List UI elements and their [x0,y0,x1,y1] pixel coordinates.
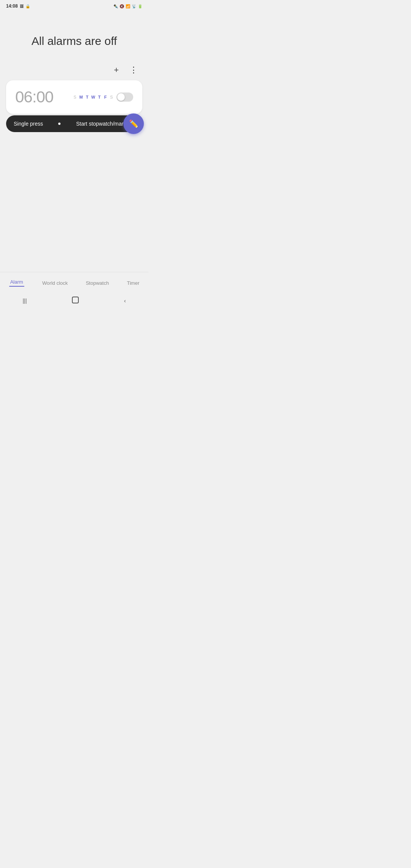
nav-stopwatch-label: Stopwatch [86,280,109,286]
nav-world-clock[interactable]: World clock [38,278,72,287]
day-S1: S [72,95,78,99]
nav-alarm-label: Alarm [10,279,23,285]
day-T2: T [97,95,102,99]
battery-icon: 🔋 [138,4,142,8]
status-right: ✒️ 🔇 📶 📡 🔋 [113,4,142,8]
back-button[interactable]: ‹ [116,295,134,306]
fab-edit-button[interactable]: ✏️ [123,113,144,134]
quick-action-bar: Single press Start stopwatch/mark lap ✏️ [6,115,142,132]
more-options-button[interactable]: ⋮ [128,64,139,77]
day-M: M [78,95,84,99]
mute-icon: 🔇 [119,4,124,8]
alarm-days-toggle: S M T W T F S [72,93,133,102]
nav-timer-label: Timer [127,280,140,286]
add-alarm-button[interactable]: + [112,64,120,77]
nav-timer[interactable]: Timer [123,278,143,287]
quick-action-dot [58,123,61,125]
recent-apps-icon: ||| [22,298,27,304]
alarm-card[interactable]: 06:00 S M T W T F S [6,80,142,114]
nav-world-clock-label: World clock [42,280,68,286]
edit-icon: ✏️ [129,119,139,128]
status-bar: 14:08 🖼 🔒 ✒️ 🔇 📶 📡 🔋 [0,0,148,11]
day-F: F [103,95,108,99]
lock-icon: 🔒 [25,4,30,8]
toolbar: + ⋮ [6,64,142,77]
nav-stopwatch[interactable]: Stopwatch [82,278,113,287]
status-left: 14:08 🖼 🔒 [6,3,30,9]
alarms-off-message: All alarms are off [6,34,142,48]
day-T1: T [84,95,90,99]
nav-alarm[interactable]: Alarm [5,277,28,288]
nav-alarm-indicator [9,286,24,287]
status-time: 14:08 [6,3,18,9]
home-button[interactable] [64,294,86,307]
quick-action-left: Single press [14,121,43,127]
day-S2: S [109,95,114,99]
day-W: W [91,95,96,99]
bottom-nav: Alarm World clock Stopwatch Timer [0,272,148,290]
wifi-icon: 📶 [126,4,130,8]
recent-apps-button[interactable]: ||| [15,295,34,306]
system-nav: ||| ‹ [0,290,148,312]
photo-icon: 🖼 [20,4,24,8]
main-content: All alarms are off + ⋮ 06:00 S M T W T F… [0,11,148,272]
home-icon [72,297,79,303]
days-row: S M T W T F S [72,95,114,99]
back-icon: ‹ [124,298,126,304]
pen-icon: ✒️ [113,4,118,8]
alarm-time: 06:00 [15,88,53,106]
alarm-toggle[interactable] [116,93,133,102]
signal-icon: 📡 [132,4,136,8]
